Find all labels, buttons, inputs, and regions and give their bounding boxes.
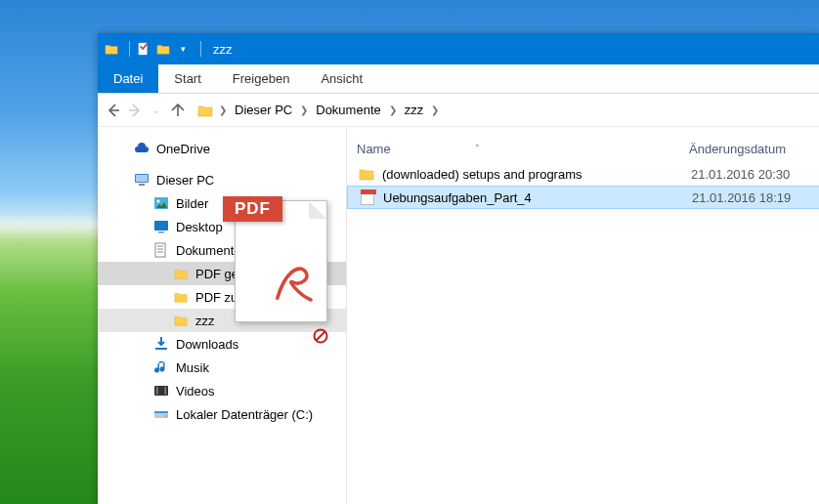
tree-musik[interactable]: Musik [98,356,346,379]
window-title: zzz [213,42,233,57]
svg-rect-15 [155,348,167,350]
folder-icon[interactable] [155,41,171,57]
chevron-right-icon[interactable]: ❯ [217,105,229,115]
tree-label: Downloads [176,337,238,352]
tree-label: Desktop [176,220,223,234]
svg-point-21 [165,415,167,417]
folder-icon [104,41,119,57]
svg-rect-6 [139,184,145,186]
downloads-icon [152,336,170,352]
file-date: 21.01.2016 18:19 [692,190,819,205]
svg-rect-5 [136,175,148,182]
tree-onedrive[interactable]: OneDrive [98,137,346,160]
chevron-right-icon[interactable]: ❯ [429,105,441,115]
breadcrumb-root[interactable]: Dieser PC [233,103,294,117]
forward-button[interactable] [125,101,145,120]
chevron-right-icon[interactable]: ❯ [298,105,310,115]
tree-pdf-zusammen[interactable]: PDF zusammengefügt [98,285,346,309]
tree-label: PDF zusammengefügt [195,290,322,305]
tree-drive-c[interactable]: Lokaler Datenträger (C:) [98,402,346,426]
pictures-icon [152,195,170,211]
breadcrumb[interactable]: ❯ Dieser PC ❯ Dokumente ❯ zzz ❯ [197,103,441,118]
chevron-down-icon[interactable]: ▾ [175,41,191,57]
desktop-wallpaper: ▾ zzz Datei Start Freigeben Ansicht ⌄ [0,0,819,504]
back-button[interactable] [104,101,123,120]
file-date: 21.01.2016 20:30 [691,167,819,182]
navigation-bar: ⌄ ❯ Dieser PC ❯ Dokumente ❯ zzz ❯ [98,94,819,127]
tree-label: Dokumente [176,243,240,258]
desktop-icon [152,219,170,234]
computer-icon [133,172,151,188]
videos-icon [152,383,170,399]
tree-label: Lokaler Datenträger (C:) [176,407,313,422]
file-name: Uebungsaufgaben_Part_4 [383,190,692,205]
breadcrumb-dokumente[interactable]: Dokumente [314,103,382,117]
tree-pdf-geteilt[interactable]: PDF geteilt [98,262,346,285]
svg-rect-17 [156,387,158,395]
navigation-pane[interactable]: OneDrive Dieser PC Bilder Desktop D [98,127,347,504]
drive-icon [152,406,170,422]
tree-label: Bilder [176,196,208,211]
music-icon [152,359,170,375]
tree-label: PDF geteilt [195,267,258,281]
chevron-right-icon[interactable]: ❯ [387,105,399,115]
column-name[interactable]: Name [357,142,391,156]
cloud-icon [133,141,151,156]
folder-icon [172,289,190,305]
folder-icon [172,313,190,328]
column-headers[interactable]: Name ˄ Änderungsdatum [347,135,819,162]
separator-icon [129,41,130,57]
svg-rect-11 [155,243,165,257]
properties-icon[interactable] [136,41,151,57]
tree-downloads[interactable]: Downloads [98,332,346,356]
tree-videos[interactable]: Videos [98,379,346,402]
svg-rect-20 [154,411,168,413]
file-list-pane[interactable]: Name ˄ Änderungsdatum (downloaded) setup… [347,127,819,504]
svg-rect-10 [158,231,164,233]
documents-icon [152,242,170,258]
up-button[interactable] [168,101,188,120]
recent-dropdown[interactable]: ⌄ [147,101,166,120]
file-row[interactable]: (downloaded) setups and programs 21.01.2… [347,162,819,186]
file-row[interactable]: Uebungsaufgaben_Part_4 21.01.2016 18:19 [347,186,819,209]
tree-desktop[interactable]: Desktop [98,215,346,238]
folder-icon [197,103,213,118]
tree-label: Videos [176,384,215,399]
tree-label: Dieser PC [156,173,214,188]
svg-rect-18 [165,387,167,395]
tab-start[interactable]: Start [158,64,216,93]
column-date[interactable]: Änderungsdatum [689,142,819,156]
ribbon-tabs: Datei Start Freigeben Ansicht [98,64,819,94]
tree-label: OneDrive [156,142,210,156]
svg-rect-9 [154,221,168,231]
tree-thispc[interactable]: Dieser PC [98,168,346,191]
tree-bilder[interactable]: Bilder [98,191,346,215]
tree-label: Musik [176,360,209,375]
svg-point-8 [157,200,160,203]
tree-dokumente[interactable]: Dokumente [98,238,346,262]
explorer-window: ▾ zzz Datei Start Freigeben Ansicht ⌄ [98,33,819,504]
explorer-body: OneDrive Dieser PC Bilder Desktop D [98,127,819,504]
breadcrumb-zzz[interactable]: zzz [403,103,426,117]
tree-zzz[interactable]: zzz [98,309,346,332]
separator-icon [200,41,201,57]
titlebar[interactable]: ▾ zzz [98,33,819,64]
folder-icon [172,266,190,281]
tab-ansicht[interactable]: Ansicht [305,64,378,93]
tab-freigeben[interactable]: Freigeben [217,64,306,93]
sort-indicator-icon: ˄ [475,144,480,153]
folder-icon [357,165,376,183]
tree-label: zzz [195,314,215,328]
file-name: (downloaded) setups and programs [382,167,691,182]
pdf-icon [358,189,377,206]
tab-datei[interactable]: Datei [98,64,158,93]
